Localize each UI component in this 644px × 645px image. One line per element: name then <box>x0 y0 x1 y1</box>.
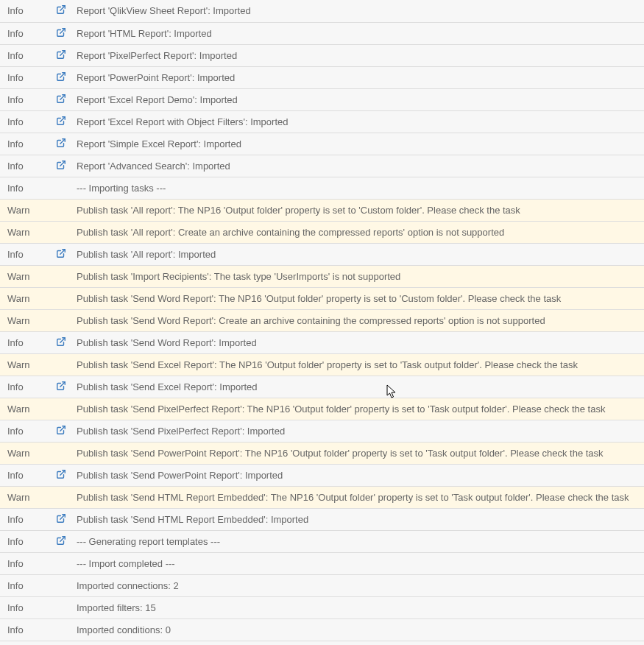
log-level: Warn <box>0 309 50 331</box>
log-message: Report 'Excel Report Demo': Imported <box>72 88 644 110</box>
log-row: InfoPublish task 'Send HTML Report Embed… <box>0 508 644 530</box>
log-link-cell <box>50 66 72 88</box>
log-link-cell <box>50 530 72 552</box>
log-row: WarnPublish task 'Import Recipients': Th… <box>0 265 644 287</box>
log-link-cell <box>50 110 72 133</box>
log-message: Imported conditions: 0 <box>72 618 644 641</box>
external-link-icon[interactable] <box>56 71 66 82</box>
log-row: WarnPublish task 'Send Excel Report': Th… <box>0 353 644 376</box>
log-message: Publish task 'All report': Imported <box>72 243 644 265</box>
log-message: --- Importing tasks --- <box>72 177 644 199</box>
log-message: Publish task 'All report': Create an arc… <box>72 221 644 243</box>
log-link-cell <box>50 199 72 221</box>
log-link-cell <box>50 221 72 243</box>
log-row: Info--- Importing tasks --- <box>0 177 644 199</box>
log-message: Publish task 'Import Recipients': The ta… <box>72 265 644 287</box>
log-row: InfoImported filters: 15 <box>0 596 644 618</box>
log-row: Info--- Import completed --- <box>0 552 644 574</box>
log-level: Info <box>0 508 50 530</box>
log-row: WarnPublish task 'All report': Create an… <box>0 221 644 243</box>
log-level: Warn <box>0 442 50 464</box>
external-link-icon[interactable] <box>56 381 66 391</box>
log-message: Imported filters: 15 <box>72 596 644 618</box>
external-link-icon[interactable] <box>56 116 66 126</box>
external-link-icon[interactable] <box>56 248 66 258</box>
external-link-icon[interactable] <box>56 49 66 60</box>
log-row: InfoReport 'PixelPerfect Report': Import… <box>0 44 644 66</box>
log-message: Report 'Excel Report with Object Filters… <box>72 110 644 133</box>
log-message: Report 'PowerPoint Report': Imported <box>72 66 644 88</box>
log-level: Info <box>0 177 50 199</box>
log-message: --- Import completed --- <box>72 552 644 574</box>
log-link-cell <box>50 133 72 155</box>
log-level: Warn <box>0 353 50 376</box>
log-message: --- Generating report templates --- <box>72 530 644 552</box>
log-level: Warn <box>0 265 50 287</box>
external-link-icon[interactable] <box>56 425 66 435</box>
log-link-cell <box>50 464 72 486</box>
log-link-cell <box>50 398 72 420</box>
log-level: Warn <box>0 398 50 420</box>
log-row: InfoReport 'Advanced Search': Imported <box>0 155 644 177</box>
log-row: InfoReport 'QlikView Sheet Report': Impo… <box>0 0 644 22</box>
log-row: WarnPublish task 'Send PowerPoint Report… <box>0 442 644 464</box>
log-message: Imported connections: 2 <box>72 574 644 596</box>
log-level: Info <box>0 530 50 552</box>
log-table: InfoReport 'QlikView Sheet Report': Impo… <box>0 0 644 641</box>
external-link-icon[interactable] <box>56 513 66 524</box>
log-row: InfoPublish task 'Send PixelPerfect Repo… <box>0 420 644 442</box>
external-link-icon[interactable] <box>56 4 66 15</box>
log-level: Warn <box>0 199 50 221</box>
log-row: Info--- Generating report templates --- <box>0 530 644 552</box>
log-message: Publish task 'Send PowerPoint Report': T… <box>72 442 644 464</box>
log-message: Report 'HTML Report': Imported <box>72 22 644 44</box>
external-link-icon[interactable] <box>56 94 66 104</box>
external-link-icon[interactable] <box>56 336 66 347</box>
log-level: Info <box>0 133 50 155</box>
log-level: Info <box>0 420 50 442</box>
log-level: Info <box>0 22 50 44</box>
log-level: Info <box>0 66 50 88</box>
log-row: InfoImported connections: 2 <box>0 574 644 596</box>
log-link-cell <box>50 442 72 464</box>
log-message: Report 'Simple Excel Report': Imported <box>72 133 644 155</box>
log-link-cell <box>50 618 72 641</box>
external-link-icon[interactable] <box>56 535 66 546</box>
log-level: Info <box>0 155 50 177</box>
external-link-icon[interactable] <box>56 138 66 148</box>
log-message: Report 'Advanced Search': Imported <box>72 155 644 177</box>
log-message: Publish task 'Send Excel Report': The NP… <box>72 353 644 376</box>
log-link-cell <box>50 596 72 618</box>
log-link-cell <box>50 155 72 177</box>
log-message: Publish task 'Send PixelPerfect Report':… <box>72 420 644 442</box>
log-level: Info <box>0 44 50 66</box>
log-link-cell <box>50 331 72 353</box>
log-message: Publish task 'Send HTML Report Embedded'… <box>72 508 644 530</box>
external-link-icon[interactable] <box>56 160 66 170</box>
log-level: Info <box>0 376 50 398</box>
log-row: WarnPublish task 'All report': The NP16 … <box>0 199 644 221</box>
log-row: WarnPublish task 'Send Word Report': Cre… <box>0 309 644 331</box>
log-row: WarnPublish task 'Send Word Report': The… <box>0 287 644 309</box>
log-level: Warn <box>0 221 50 243</box>
log-link-cell <box>50 508 72 530</box>
log-level: Warn <box>0 486 50 508</box>
external-link-icon[interactable] <box>56 27 66 38</box>
log-level: Info <box>0 618 50 641</box>
log-message: Publish task 'Send PowerPoint Report': I… <box>72 464 644 486</box>
log-row: InfoReport 'Excel Report Demo': Imported <box>0 88 644 110</box>
log-row: InfoReport 'PowerPoint Report': Imported <box>0 66 644 88</box>
log-row: InfoPublish task 'All report': Imported <box>0 243 644 265</box>
log-link-cell <box>50 0 72 22</box>
log-message: Publish task 'Send Word Report': The NP1… <box>72 287 644 309</box>
log-level: Info <box>0 243 50 265</box>
log-link-cell <box>50 287 72 309</box>
log-row: InfoReport 'Simple Excel Report': Import… <box>0 133 644 155</box>
log-message: Publish task 'Send HTML Report Embedded'… <box>72 486 644 508</box>
external-link-icon[interactable] <box>56 469 66 479</box>
log-link-cell <box>50 177 72 199</box>
log-message: Publish task 'Send Excel Report': Import… <box>72 376 644 398</box>
log-message: Publish task 'All report': The NP16 'Out… <box>72 199 644 221</box>
log-message: Publish task 'Send Word Report': Create … <box>72 309 644 331</box>
log-link-cell <box>50 353 72 376</box>
